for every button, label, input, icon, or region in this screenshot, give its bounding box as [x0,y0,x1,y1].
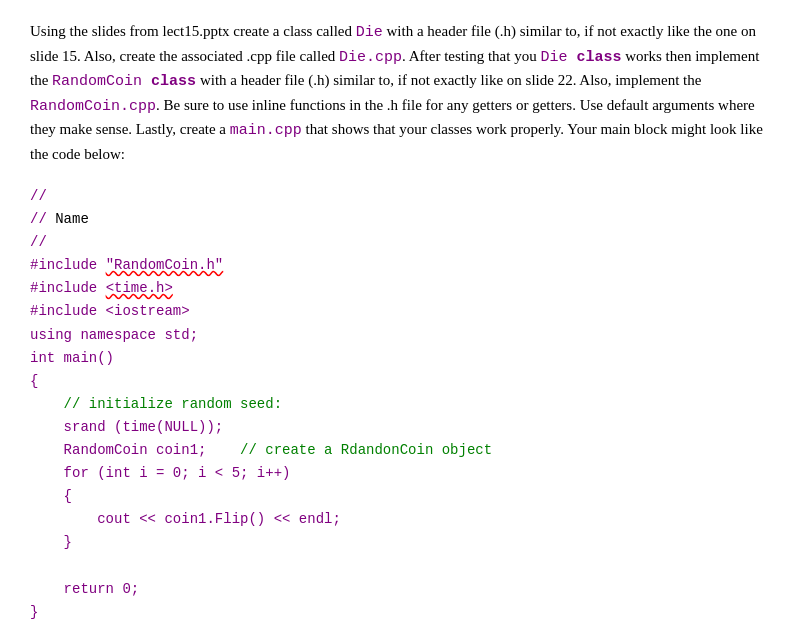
code-line-5: #include <time.h> [30,277,767,300]
die-class-inline: Die [356,24,383,41]
die-class-inline2: Die class [540,49,621,66]
main-cpp-inline: main.cpp [230,122,302,139]
code-line-4: #include "RandomCoin.h" [30,254,767,277]
code-line-1: // [30,185,767,208]
code-line-10: // initialize random seed: [30,393,767,416]
code-line-13: for (int i = 0; i < 5; i++) [30,462,767,485]
randomcoin-cpp-inline: RandomCoin.cpp [30,98,156,115]
code-line-15: cout << coin1.Flip() << endl; [30,508,767,531]
code-block: // // Name // #include "RandomCoin.h" #i… [30,185,767,624]
code-line-12: RandomCoin coin1; // create a RdandonCoi… [30,439,767,462]
code-line-16: } [30,531,767,554]
code-line-9: { [30,370,767,393]
code-line-3: // [30,231,767,254]
randomcoin-class-inline: RandomCoin class [52,73,196,90]
code-line-6: #include <iostream> [30,300,767,323]
code-line-14: { [30,485,767,508]
die-cpp-inline: Die.cpp [339,49,402,66]
code-line-19: } [30,601,767,624]
code-line-8: int main() [30,347,767,370]
code-line-7: using namespace std; [30,324,767,347]
code-line-2: // Name [30,208,767,231]
code-line-17 [30,555,767,578]
code-line-11: srand (time(NULL)); [30,416,767,439]
main-content: Using the slides from lect15.pptx create… [30,20,767,624]
description-paragraph: Using the slides from lect15.pptx create… [30,20,767,165]
code-line-18: return 0; [30,578,767,601]
